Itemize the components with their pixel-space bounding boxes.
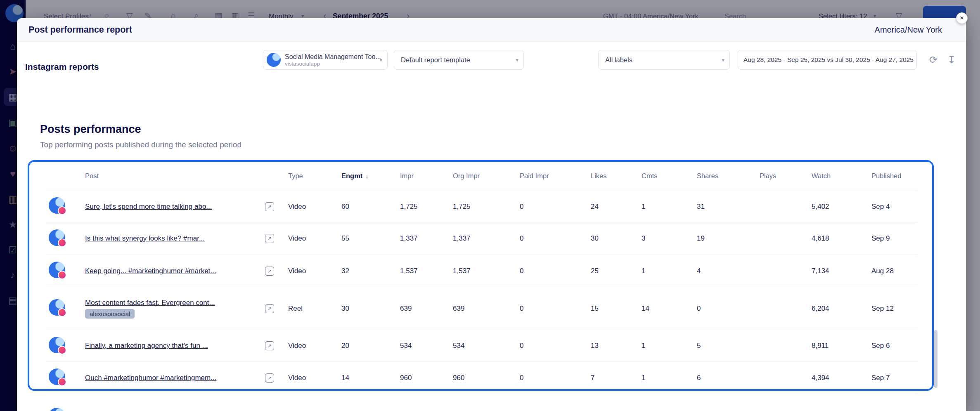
post-performance-modal: Post performance report America/New York… [17,18,966,411]
profile-avatar [267,53,281,67]
cell-published: Aug 28 [871,267,918,275]
cell-cmts: 1 [641,342,697,350]
cell-published: Sep 9 [871,234,918,243]
report-subtitle: Top performing posts published during th… [40,140,241,149]
table-header-row: Post Type Engmt↓ Impr Org Impr Paid Impr… [46,161,918,191]
cell-published: Sep 6 [871,342,918,350]
post-link[interactable]: Most content fades fast. Evergreen cont.… [85,299,215,307]
cell-watch: 5,402 [812,203,871,211]
close-icon[interactable]: × [956,12,968,24]
instagram-badge-icon [58,271,66,279]
cell-impr: 1,537 [400,267,453,275]
table-row[interactable]: Finally, a marketing agency that's fun .… [46,330,918,362]
report-title: Posts performance [40,123,141,136]
post-link[interactable]: Keep going... #marketinghumor #market... [85,267,216,275]
download-icon[interactable]: ↧ [945,53,958,66]
cell-shares: 0 [697,305,760,313]
cell-paid-impr: 0 [520,374,591,382]
cell-cmts: 3 [641,234,697,243]
col-watch[interactable]: Watch [812,172,871,180]
profile-avatar [49,197,65,214]
cell-cmts: 1 [641,267,697,275]
cell-likes: 15 [591,305,641,313]
cell-watch: 4,618 [812,234,871,243]
cell-published: Sep 7 [871,374,918,382]
cell-engmt: 14 [341,374,400,382]
post-link[interactable]: Is this what synergy looks like? #mar... [85,234,205,243]
chevron-down-icon: ▾ [516,57,518,63]
template-select[interactable]: Default report template ▾ [394,50,524,70]
cell-watch: 4,394 [812,374,871,382]
profile-avatar [49,408,65,411]
refresh-icon[interactable]: ⟳ [927,53,940,66]
external-link-icon[interactable]: ↗ [265,373,274,383]
table-row[interactable]: Is this what synergy looks like? #mar...… [46,222,918,255]
instagram-badge-icon [58,239,66,247]
cell-type: Reel [288,305,341,313]
profile-avatar [49,299,65,316]
external-link-icon[interactable]: ↗ [265,234,274,243]
instagram-badge-icon [58,378,66,386]
cell-impr: 1,337 [400,234,453,243]
external-link-icon[interactable]: ↗ [265,202,274,211]
cell-org-impr: 639 [453,305,520,313]
cell-watch: 7,134 [812,267,871,275]
col-shares[interactable]: Shares [697,172,760,180]
labels-value: All labels [605,56,632,64]
profile-name: Social Media Management Too... [285,53,381,61]
template-value: Default report template [401,56,470,64]
col-impr[interactable]: Impr [400,172,453,180]
table-row[interactable]: Sure, let's spend more time talking abo.… [46,191,918,222]
col-likes[interactable]: Likes [591,172,641,180]
cell-published: Sep 12 [871,305,918,313]
table-row[interactable]: Ouch #marketinghumor #marketingmem... ↗ … [46,362,918,394]
cell-type: Video [288,267,341,275]
cell-cmts: 1 [641,374,697,382]
profile-avatar [49,262,65,278]
sort-desc-icon: ↓ [365,172,369,180]
col-cmts[interactable]: Cmts [641,172,697,180]
labels-select[interactable]: All labels ▾ [598,50,730,70]
table-row[interactable]: Most content fades fast. Evergreen cont.… [46,287,918,330]
col-published[interactable]: Published [871,172,918,180]
posts-table: Post Type Engmt↓ Impr Org Impr Paid Impr… [46,161,918,411]
cell-paid-impr: 0 [520,234,591,243]
cell-paid-impr: 0 [520,305,591,313]
external-link-icon[interactable]: ↗ [265,341,274,350]
chevron-down-icon: ▾ [379,57,382,63]
col-paid-impr[interactable]: Paid Impr [520,172,591,180]
post-link[interactable]: Finally, a marketing agency that's fun .… [85,342,208,350]
modal-title: Post performance report [28,25,132,35]
cell-likes: 7 [591,374,641,382]
cell-type: Video [288,203,341,211]
post-link[interactable]: Sure, let's spend more time talking abo.… [85,203,212,211]
modal-timezone: America/New York [875,25,942,35]
profile-handle: vistasocialapp [285,61,381,67]
cell-watch: 8,911 [812,342,871,350]
col-post[interactable]: Post [85,172,265,180]
profile-select[interactable]: Social Media Management Too... vistasoci… [263,50,388,70]
col-engmt[interactable]: Engmt↓ [341,172,400,180]
date-range-select[interactable]: Aug 28, 2025 - Sep 25, 2025 vs Jul 30, 2… [738,50,917,70]
cell-likes: 25 [591,267,641,275]
col-org-impr[interactable]: Org Impr [453,172,520,180]
col-type[interactable]: Type [288,172,341,180]
col-plays[interactable]: Plays [760,172,812,180]
cell-shares: 19 [697,234,760,243]
cell-org-impr: 1,537 [453,267,520,275]
post-link[interactable]: Ouch #marketinghumor #marketingmem... [85,374,216,382]
cell-shares: 5 [697,342,760,350]
table-row[interactable]: Keep going... #marketinghumor #market...… [46,255,918,287]
cell-published: Sep 4 [871,203,918,211]
post-label: alexusonsocial [85,309,135,319]
table-row[interactable]: No one is going to tell you this... N...… [46,394,918,411]
cell-type: Video [288,342,341,350]
external-link-icon[interactable]: ↗ [265,304,274,313]
cell-likes: 30 [591,234,641,243]
cell-shares: 31 [697,203,760,211]
cell-engmt: 20 [341,342,400,350]
vertical-scrollbar[interactable] [934,330,937,388]
cell-engmt: 30 [341,305,400,313]
external-link-icon[interactable]: ↗ [265,267,274,276]
cell-org-impr: 960 [453,374,520,382]
